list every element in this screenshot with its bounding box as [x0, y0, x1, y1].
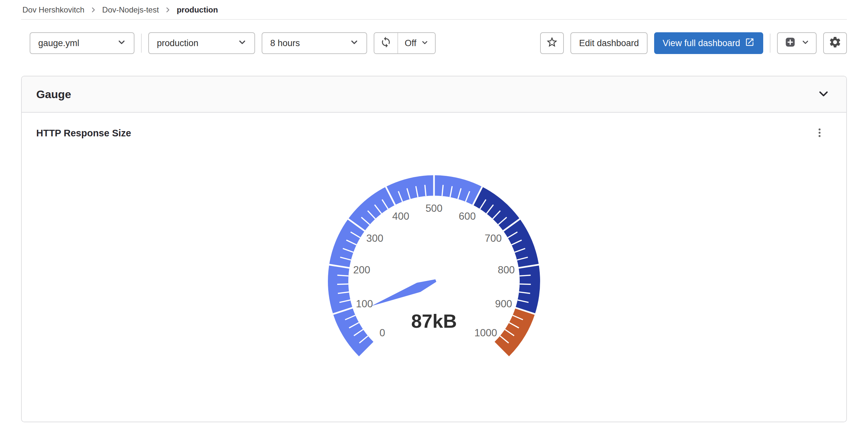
edit-dashboard-label: Edit dashboard — [579, 38, 639, 49]
gear-icon — [829, 36, 842, 51]
chevron-down-icon — [818, 88, 829, 100]
edit-dashboard-button[interactable]: Edit dashboard — [570, 32, 648, 54]
chevron-down-icon — [117, 38, 126, 49]
svg-text:0: 0 — [379, 327, 385, 339]
time-range-select-value: 8 hours — [270, 38, 300, 49]
refresh-interval-value: Off — [405, 38, 416, 49]
collapse-panel-button[interactable] — [815, 86, 832, 103]
dashboard-file-select-value: gauge.yml — [38, 38, 80, 49]
metrics-settings-button[interactable] — [823, 32, 847, 54]
metrics-dashboard-page: Dov Hershkovitch Dov-Nodejs-test product… — [0, 0, 868, 422]
environment-select-value: production — [157, 38, 198, 49]
breadcrumb: Dov Hershkovitch Dov-Nodejs-test product… — [21, 0, 847, 19]
svg-text:200: 200 — [353, 264, 370, 276]
toolbar-divider — [141, 34, 142, 53]
svg-text:300: 300 — [367, 232, 383, 244]
dashboard-file-select[interactable]: gauge.yml — [30, 32, 134, 54]
chart-more-actions-button[interactable] — [811, 125, 828, 142]
svg-text:900: 900 — [495, 298, 512, 310]
breadcrumb-link-group[interactable]: Dov Hershkovitch — [23, 5, 84, 14]
add-panel-dropdown[interactable] — [777, 32, 816, 54]
time-range-select[interactable]: 8 hours — [262, 32, 367, 54]
toolbar-divider — [770, 34, 771, 53]
chevron-down-icon — [421, 38, 428, 49]
view-full-dashboard-button[interactable]: View full dashboard — [654, 32, 763, 54]
svg-text:700: 700 — [485, 232, 502, 244]
chevron-right-icon — [164, 6, 172, 13]
svg-text:400: 400 — [392, 211, 409, 222]
plus-square-icon — [784, 36, 796, 51]
breadcrumb-link-project[interactable]: Dov-Nodejs-test — [102, 5, 159, 14]
refresh-interval-select[interactable]: Off — [397, 33, 435, 53]
chart-header: HTTP Response Size — [22, 113, 846, 142]
svg-text:500: 500 — [426, 202, 442, 214]
panel-group-title: Gauge — [36, 88, 71, 101]
environment-select[interactable]: production — [148, 32, 255, 54]
chevron-down-icon — [801, 38, 809, 49]
refresh-button-group: Off — [374, 32, 436, 54]
chevron-down-icon — [350, 38, 359, 49]
gauge-chart-container: 0100200300400500600700800900100087kB — [22, 171, 846, 362]
view-full-dashboard-label: View full dashboard — [663, 38, 740, 49]
star-icon — [546, 36, 558, 51]
svg-text:800: 800 — [498, 264, 515, 276]
gauge-panel-group: Gauge HTTP Response Size 010020030040050… — [21, 76, 847, 422]
breadcrumb-current-environment: production — [177, 5, 218, 14]
refresh-icon — [380, 36, 392, 51]
chart-title: HTTP Response Size — [36, 128, 131, 139]
external-link-icon — [745, 37, 755, 50]
header-divider — [21, 19, 847, 20]
svg-text:600: 600 — [459, 211, 476, 222]
panel-body: HTTP Response Size 010020030040050060070… — [22, 113, 846, 422]
svg-text:87kB: 87kB — [411, 310, 457, 332]
gauge-chart: 0100200300400500600700800900100087kB — [319, 171, 549, 362]
dashboard-toolbar: gauge.yml production 8 hours — [21, 32, 847, 54]
svg-text:1000: 1000 — [474, 327, 497, 339]
svg-text:100: 100 — [356, 298, 373, 310]
chevron-down-icon — [238, 38, 247, 49]
toolbar-actions: Edit dashboard View full dashboard — [540, 32, 847, 54]
panel-group-header[interactable]: Gauge — [22, 76, 846, 113]
chevron-right-icon — [90, 6, 97, 13]
star-dashboard-button[interactable] — [540, 32, 564, 54]
kebab-icon — [814, 127, 825, 139]
refresh-button[interactable] — [374, 33, 397, 53]
